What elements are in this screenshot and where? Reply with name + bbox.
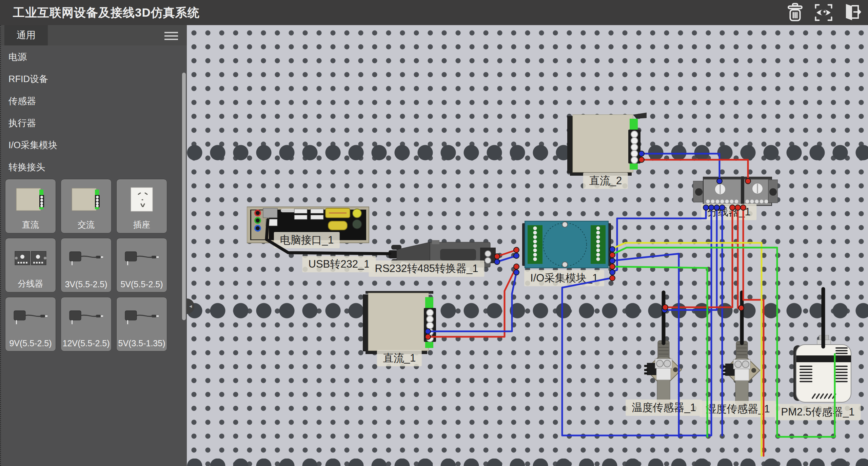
menu-item-actuator[interactable]: 执行器 (1, 112, 187, 134)
adapter-icon (61, 300, 111, 335)
card-3v-adapter[interactable]: 3V(5.5-2.5) (61, 238, 112, 292)
device-splitter[interactable] (693, 175, 778, 209)
trash-icon[interactable] (785, 3, 805, 22)
exit-icon[interactable] (842, 3, 862, 22)
pegboard-hole-band (187, 145, 868, 160)
adapter-icon (117, 300, 167, 335)
menu-item-power[interactable]: 电源 (1, 46, 187, 68)
app-title: 工业互联网设备及接线3D仿真系统 (13, 0, 200, 25)
adapter-icon (117, 241, 167, 276)
component-sidebar: 通用 电源 RFID设备 传感器 执行器 I/O采集模块 转换接头 (0, 25, 187, 466)
component-card-grid: 直流 交流 (5, 179, 172, 351)
menu-item-io-module[interactable]: I/O采集模块 (1, 134, 187, 156)
sidebar-tabstrip: 通用 (1, 25, 187, 45)
card-12v-adapter[interactable]: 12V(5.5-2.5) (61, 297, 112, 351)
splitter-icon (5, 241, 56, 276)
card-5v-adapter[interactable]: 5V(5.5-2.5) (116, 238, 167, 292)
device-rs232-to-485[interactable] (389, 240, 498, 272)
adapter-icon (5, 300, 56, 335)
app-window: 工业互联网设备及接线3D仿真系统 (0, 0, 868, 466)
socket-icon (117, 182, 167, 217)
device-io-module[interactable] (522, 220, 611, 271)
top-bar: 工业互联网设备及接线3D仿真系统 (0, 0, 868, 25)
menu-item-converter[interactable]: 转换接头 (1, 156, 187, 178)
device-dc-power-1[interactable] (362, 290, 442, 361)
card-5v-135-adapter[interactable]: 5V(3.5-1.35) (116, 297, 167, 351)
pegboard-hole-band (187, 303, 868, 318)
view-focus-icon[interactable] (814, 3, 833, 22)
device-humidity-sensor[interactable] (721, 339, 765, 408)
tab-general[interactable]: 通用 (4, 25, 48, 45)
dc-power-icon (5, 182, 56, 217)
card-splitter[interactable]: 分线器 (5, 238, 56, 292)
card-9v-adapter[interactable]: 9V(5.5-2.5) (5, 297, 56, 351)
top-toolbar (785, 3, 862, 22)
ac-power-icon (61, 182, 111, 217)
device-dc-power-2[interactable] (567, 112, 647, 182)
menu-item-sensor[interactable]: 传感器 (1, 90, 187, 112)
menu-icon[interactable] (164, 30, 178, 41)
card-socket[interactable]: 插座 (116, 179, 167, 233)
adapter-icon (61, 241, 111, 276)
sidebar-scrollbar[interactable] (182, 73, 186, 320)
card-ac-power[interactable]: 交流 (61, 179, 112, 233)
card-dc-power[interactable]: 直流 (5, 179, 56, 233)
menu-item-rfid[interactable]: RFID设备 (1, 68, 187, 90)
pegboard-hole-band (187, 459, 868, 466)
category-menu: 电源 RFID设备 传感器 执行器 I/O采集模块 转换接头 (1, 46, 187, 178)
